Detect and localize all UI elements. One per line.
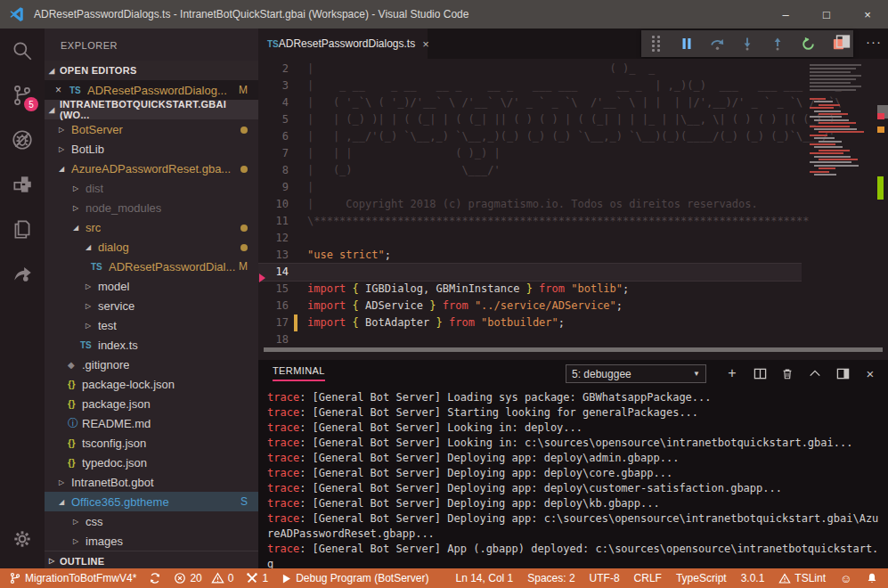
tslint-status[interactable]: TSLint bbox=[778, 572, 826, 584]
debug-icon[interactable] bbox=[0, 118, 45, 162]
status-bar-right: Ln 14, Col 1 Spaces: 2 UTF-8 CRLF TypeSc… bbox=[442, 572, 879, 585]
tree-item[interactable]: ▷IntranetBot.gbot bbox=[45, 472, 258, 492]
step-out-button[interactable] bbox=[770, 36, 786, 52]
split-terminal-icon[interactable] bbox=[753, 366, 767, 380]
move-panel-icon[interactable] bbox=[835, 366, 850, 380]
extensions-icon[interactable] bbox=[0, 162, 45, 207]
tree-item-label: Office365.gbtheme bbox=[71, 495, 169, 509]
error-count: 20 bbox=[190, 572, 201, 584]
pause-button[interactable] bbox=[679, 36, 695, 52]
code-text: | | (_) )| | ( (_| | ( (_| || ( ) ( ) | … bbox=[307, 111, 835, 128]
maximize-panel-icon[interactable] bbox=[808, 366, 822, 380]
line-number[interactable]: 10 bbox=[258, 196, 289, 213]
workspace-header[interactable]: ◢ INTRANETBOTQUICKSTART.GBAI (WO... bbox=[45, 100, 258, 119]
maximize-button[interactable]: □ bbox=[806, 0, 847, 29]
terminal-select[interactable]: 5: debuggee ▼ bbox=[566, 364, 706, 383]
line-number[interactable]: 7 bbox=[258, 145, 289, 162]
line-number[interactable]: 11 bbox=[258, 213, 289, 230]
tree-item[interactable]: ▷service bbox=[45, 296, 258, 315]
close-button[interactable]: × bbox=[847, 0, 888, 29]
cursor-position[interactable]: Ln 14, Col 1 bbox=[456, 572, 514, 584]
eol-status[interactable]: CRLF bbox=[634, 572, 662, 584]
tab-terminal[interactable]: TERMINAL bbox=[273, 365, 325, 381]
open-editor-item[interactable]: × TS ADResetPasswordDialog... M bbox=[45, 80, 258, 100]
tree-item[interactable]: {}typedoc.json bbox=[45, 453, 258, 472]
tree-item[interactable]: ◢AzureADPasswordReset.gba... bbox=[45, 159, 258, 178]
code-text: | (_) \___/' bbox=[307, 162, 501, 179]
line-number[interactable]: 2 bbox=[258, 61, 289, 78]
debug-status[interactable]: Debug Program (BotServer) bbox=[281, 572, 428, 584]
tree-item[interactable]: ▷test bbox=[45, 315, 258, 335]
line-number[interactable]: 16 bbox=[258, 298, 289, 314]
tools-icon bbox=[246, 572, 258, 584]
tree-item[interactable]: ▷css bbox=[45, 511, 258, 531]
line-number[interactable]: 17 bbox=[258, 314, 289, 331]
tree-item[interactable]: TSADResetPasswordDial...M bbox=[45, 257, 258, 276]
share-arrow-icon[interactable] bbox=[0, 251, 45, 296]
code-editor[interactable]: 2| ( )_ _3| _ __ _ __ __ _ __ _ ___ ___ … bbox=[258, 59, 888, 360]
close-file-icon[interactable]: × bbox=[55, 84, 69, 96]
code-text: import { BotAdapter } from "botbuilder"; bbox=[307, 314, 565, 331]
tree-item[interactable]: ▷node_modules bbox=[45, 198, 258, 217]
search-icon[interactable] bbox=[0, 29, 45, 73]
minimap[interactable] bbox=[806, 59, 868, 360]
new-terminal-icon[interactable]: + bbox=[725, 366, 739, 380]
notifications-bell-icon[interactable] bbox=[866, 572, 878, 584]
toolbar-drag-grip[interactable] bbox=[648, 36, 664, 52]
tree-item[interactable]: ◆.gitignore bbox=[45, 355, 258, 374]
open-editors-header[interactable]: ◢ OPEN EDITORS bbox=[45, 61, 258, 80]
sync-status[interactable] bbox=[149, 572, 161, 584]
terminal-output[interactable]: trace: [General Bot Server] Loading sys … bbox=[267, 390, 882, 568]
tree-item[interactable]: ◢src bbox=[45, 217, 258, 237]
close-panel-icon[interactable]: × bbox=[863, 366, 877, 380]
encoding-status[interactable]: UTF-8 bbox=[590, 572, 620, 584]
panel-header: TERMINAL 5: debuggee ▼ + × bbox=[258, 360, 888, 387]
outline-header[interactable]: ▷ OUTLINE bbox=[45, 551, 258, 568]
tree-item-label: BotLib bbox=[71, 143, 104, 156]
tree-item[interactable]: {}tsconfig.json bbox=[45, 433, 258, 453]
ts-version-status[interactable]: 3.0.1 bbox=[741, 572, 765, 584]
more-actions-icon[interactable]: ··· bbox=[866, 34, 882, 49]
line-number[interactable]: 6 bbox=[258, 128, 289, 145]
tree-item[interactable]: ▷model bbox=[45, 276, 258, 296]
line-number[interactable]: 4 bbox=[258, 94, 289, 111]
line-number[interactable]: 18 bbox=[258, 331, 289, 348]
tree-item[interactable]: {}package.json bbox=[45, 394, 258, 413]
line-number[interactable]: 9 bbox=[258, 179, 289, 196]
tree-item[interactable]: ▷BotLib bbox=[45, 139, 258, 159]
tree-item-label: tsconfig.json bbox=[82, 437, 146, 450]
chevron-collapsed-icon: ▷ bbox=[59, 145, 71, 153]
line-number[interactable]: 12 bbox=[258, 230, 289, 247]
git-branch-status[interactable]: MigrationToBotFmwV4* bbox=[9, 572, 136, 584]
settings-gear-icon[interactable] bbox=[0, 517, 45, 561]
tab-close-icon[interactable]: × bbox=[422, 37, 429, 51]
horizontal-scrollbar[interactable] bbox=[264, 347, 883, 352]
tree-item[interactable]: ◢dialog bbox=[45, 237, 258, 257]
documents-icon[interactable] bbox=[0, 207, 45, 251]
kill-terminal-icon[interactable] bbox=[780, 366, 794, 380]
feedback-smiley-icon[interactable]: ☺ bbox=[840, 572, 851, 585]
restart-button[interactable] bbox=[800, 36, 816, 52]
tools-status[interactable]: 1 bbox=[246, 572, 268, 584]
tree-item[interactable]: {}package-lock.json bbox=[45, 374, 258, 394]
tree-item[interactable]: ▷images bbox=[45, 531, 258, 551]
tree-item[interactable]: ▷BotServer bbox=[45, 119, 258, 139]
indentation-status[interactable]: Spaces: 2 bbox=[527, 572, 574, 584]
step-over-button[interactable] bbox=[709, 36, 725, 52]
minimize-button[interactable]: – bbox=[765, 0, 806, 29]
problems-status[interactable]: 20 0 bbox=[174, 572, 233, 584]
line-number[interactable]: 13 bbox=[258, 247, 289, 264]
split-editor-icon[interactable] bbox=[835, 34, 851, 53]
line-number[interactable]: 5 bbox=[258, 111, 289, 128]
tree-item[interactable]: ◢Office365.gbthemeS bbox=[45, 492, 258, 511]
line-number[interactable]: 15 bbox=[258, 281, 289, 298]
line-number[interactable]: 3 bbox=[258, 78, 289, 94]
line-number[interactable]: 8 bbox=[258, 162, 289, 179]
language-status[interactable]: TypeScript bbox=[676, 572, 727, 584]
tree-item[interactable]: TSindex.ts bbox=[45, 335, 258, 355]
source-control-icon[interactable]: 5 bbox=[0, 73, 45, 118]
tab-active-file[interactable]: TS ADResetPasswordDialogs.ts × bbox=[258, 29, 428, 59]
tree-item[interactable]: ▷dist bbox=[45, 178, 258, 198]
step-into-button[interactable] bbox=[739, 36, 755, 52]
tree-item[interactable]: ⓘREADME.md bbox=[45, 413, 258, 433]
